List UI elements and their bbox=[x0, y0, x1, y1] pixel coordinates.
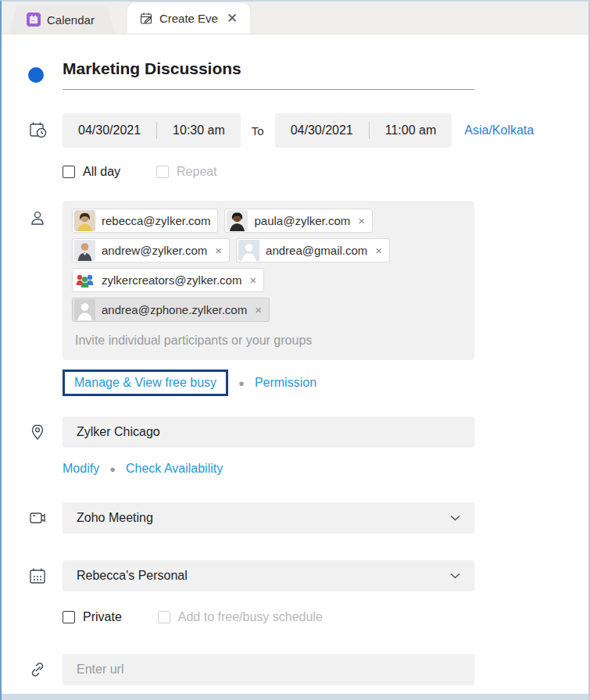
conference-select[interactable]: Zoho Meeting bbox=[63, 502, 474, 534]
create-event-icon bbox=[140, 12, 153, 25]
datetime-icon bbox=[23, 120, 63, 141]
woman-dark-photo-avatar bbox=[227, 210, 248, 231]
to-label: To bbox=[252, 124, 264, 138]
chevron-down-icon bbox=[450, 515, 460, 521]
location-pin-icon bbox=[23, 423, 63, 441]
tab-create-event-label: Create Event bbox=[159, 12, 219, 25]
participants-icon bbox=[23, 201, 63, 227]
remove-participant-icon[interactable]: × bbox=[358, 215, 365, 227]
private-checkbox[interactable] bbox=[63, 611, 75, 623]
tab-calendar-label: Calendar bbox=[47, 13, 95, 27]
remove-participant-icon[interactable]: × bbox=[375, 245, 382, 256]
participant-email: zylkercreators@zylker.com bbox=[102, 273, 241, 287]
remove-participant-icon[interactable]: × bbox=[249, 274, 256, 286]
modify-link[interactable]: Modify bbox=[63, 462, 99, 476]
private-label[interactable]: Private bbox=[83, 610, 122, 624]
permission-link[interactable]: Permission bbox=[255, 376, 316, 390]
participant-chip[interactable]: andrew@zylker.com× bbox=[72, 238, 230, 262]
generic-person-avatar-light bbox=[238, 240, 259, 261]
timezone-link[interactable]: Asia/Kolkata bbox=[464, 123, 534, 138]
end-datetime-box: 04/30/2021 11:00 am bbox=[275, 113, 452, 148]
participant-chip[interactable]: andrea@gmail.com× bbox=[236, 238, 390, 262]
start-time-field[interactable]: 10:30 am bbox=[157, 123, 241, 138]
datetime-row: 04/30/2021 10:30 am To 04/30/2021 11:00 … bbox=[23, 113, 588, 148]
generic-person-avatar-grey bbox=[74, 299, 95, 320]
participants-input-placeholder[interactable]: Invite individual participants or your g… bbox=[72, 327, 465, 348]
bottom-scrollbar-strip[interactable] bbox=[2, 694, 588, 700]
remove-participant-icon[interactable]: × bbox=[215, 245, 222, 256]
url-input[interactable] bbox=[63, 654, 474, 685]
participants-box[interactable]: rebecca@zylker.compaula@zylker.com×andre… bbox=[63, 201, 474, 360]
participant-email: paula@zylker.com bbox=[254, 214, 350, 227]
location-input[interactable] bbox=[63, 416, 474, 448]
dot-separator: ● bbox=[109, 463, 116, 475]
all-day-label[interactable]: All day bbox=[83, 165, 120, 179]
allday-repeat-row: All day Repeat bbox=[23, 148, 588, 179]
calendar-select[interactable]: Rebecca's Personal bbox=[63, 560, 474, 591]
participant-chip-row: andrew@zylker.com×andrea@gmail.com× bbox=[72, 238, 465, 262]
calendar-row: Rebecca's Personal bbox=[23, 560, 588, 591]
add-freebusy-label: Add to free/busy schedule bbox=[178, 610, 323, 624]
tab-create-event[interactable]: Create Event ✕ bbox=[127, 2, 250, 34]
participant-email: rebecca@zylker.com bbox=[102, 214, 210, 227]
event-color-dot[interactable] bbox=[28, 67, 44, 83]
participant-chip[interactable]: paula@zylker.com× bbox=[224, 209, 373, 233]
manage-permission-row: Manage & View free busy ● Permission bbox=[63, 370, 474, 396]
start-date-field[interactable]: 04/30/2021 bbox=[63, 123, 156, 138]
group-avatar bbox=[74, 270, 95, 291]
tab-bar: Calendar Create Event ✕ bbox=[2, 2, 588, 34]
participants-row: rebecca@zylker.compaula@zylker.com×andre… bbox=[23, 201, 588, 396]
location-links-row: Modify ● Check Availability bbox=[23, 448, 588, 476]
participant-chip[interactable]: zylkercreators@zylker.com× bbox=[72, 268, 264, 292]
participant-chip[interactable]: andrea@zphone.zylker.com× bbox=[72, 298, 270, 322]
participant-chip[interactable]: rebecca@zylker.com bbox=[72, 209, 218, 233]
link-icon bbox=[23, 660, 63, 679]
create-event-window: Calendar Create Event ✕ Marketing Discus… bbox=[0, 0, 590, 700]
private-row: Private Add to free/busy schedule bbox=[23, 610, 588, 624]
end-time-field[interactable]: 11:00 am bbox=[370, 123, 452, 138]
participant-email: andrea@gmail.com bbox=[266, 244, 367, 257]
repeat-checkbox bbox=[156, 166, 169, 178]
calendar-app-icon bbox=[27, 12, 41, 27]
manage-view-free-busy-button[interactable]: Manage & View free busy bbox=[63, 370, 228, 396]
create-event-form: Marketing Discussions 04/30/2021 10:30 a… bbox=[2, 34, 588, 694]
all-day-checkbox[interactable] bbox=[63, 166, 75, 178]
participant-email: andrea@zphone.zylker.com bbox=[102, 303, 247, 316]
start-datetime-box: 04/30/2021 10:30 am bbox=[63, 113, 241, 148]
participant-chip-row: zylkercreators@zylker.com× bbox=[72, 268, 465, 292]
repeat-label: Repeat bbox=[177, 165, 217, 179]
participant-chip-row: rebecca@zylker.compaula@zylker.com× bbox=[72, 209, 465, 233]
chevron-down-icon bbox=[450, 573, 460, 579]
tab-calendar[interactable]: Calendar bbox=[9, 5, 115, 34]
url-row bbox=[23, 654, 588, 685]
calendar-icon bbox=[23, 566, 63, 585]
add-freebusy-checkbox bbox=[158, 611, 170, 623]
title-row: Marketing Discussions bbox=[23, 59, 588, 90]
conference-value: Zoho Meeting bbox=[77, 511, 153, 525]
event-title-input[interactable]: Marketing Discussions bbox=[63, 59, 474, 90]
video-camera-icon bbox=[23, 509, 63, 527]
participant-chip-row: andrea@zphone.zylker.com× bbox=[72, 298, 465, 322]
dot-separator: ● bbox=[238, 377, 245, 389]
check-availability-link[interactable]: Check Availability bbox=[126, 462, 223, 476]
location-row bbox=[23, 416, 588, 448]
close-tab-icon[interactable]: ✕ bbox=[225, 10, 239, 27]
man-photo-avatar bbox=[74, 240, 95, 261]
participant-email: andrew@zylker.com bbox=[102, 244, 207, 257]
conference-row: Zoho Meeting bbox=[23, 502, 588, 534]
calendar-value: Rebecca's Personal bbox=[77, 569, 188, 583]
end-date-field[interactable]: 04/30/2021 bbox=[275, 123, 369, 138]
remove-participant-icon[interactable]: × bbox=[255, 304, 262, 316]
woman-photo-avatar bbox=[74, 210, 95, 231]
